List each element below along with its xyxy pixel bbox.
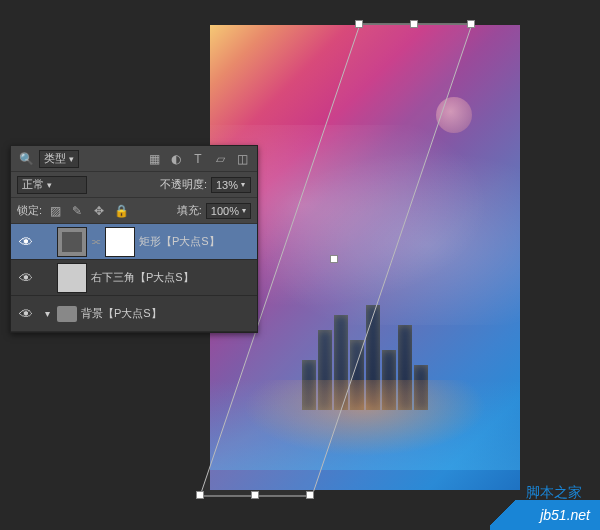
lock-position-icon[interactable]: ✥ (90, 202, 108, 220)
type-filter-icon[interactable]: T (189, 150, 207, 168)
opacity-input[interactable]: 13% (211, 177, 251, 193)
layer-row[interactable]: 👁 ⫘ 矩形【P大点S】 (11, 224, 257, 260)
transform-center-handle[interactable] (330, 255, 338, 263)
lock-pixels-icon[interactable]: ✎ (68, 202, 86, 220)
folder-icon (57, 306, 77, 322)
mask-link-icon[interactable]: ⫘ (91, 236, 101, 247)
transform-handle[interactable] (467, 20, 475, 28)
watermark-text: jb51.net (540, 507, 590, 523)
mask-thumbnail[interactable] (105, 227, 135, 257)
visibility-toggle[interactable]: 👁 (15, 306, 37, 322)
smart-filter-icon[interactable]: ◫ (233, 150, 251, 168)
layer-row[interactable]: 👁 ▾ 背景【P大点S】 (11, 296, 257, 332)
layers-panel: 🔍 类型 ▦ ◐ T ▱ ◫ 正常 不透明度: 13% 锁定: ▨ ✎ ✥ 🔒 … (10, 145, 258, 333)
search-icon[interactable]: 🔍 (17, 150, 35, 168)
lock-label: 锁定: (17, 203, 42, 218)
transform-handle[interactable] (306, 491, 314, 499)
watermark-badge: jb51.net (490, 500, 600, 530)
transform-handle[interactable] (355, 20, 363, 28)
transform-handle[interactable] (251, 491, 259, 499)
layer-name[interactable]: 矩形【P大点S】 (139, 234, 220, 249)
lock-fill-row: 锁定: ▨ ✎ ✥ 🔒 填充: 100% (11, 198, 257, 224)
lock-transparency-icon[interactable]: ▨ (46, 202, 64, 220)
filter-type-dropdown[interactable]: 类型 (39, 150, 79, 168)
shape-filter-icon[interactable]: ▱ (211, 150, 229, 168)
transform-handle[interactable] (196, 491, 204, 499)
layer-thumbnail[interactable] (57, 227, 87, 257)
fill-input[interactable]: 100% (206, 203, 251, 219)
layer-thumbnail[interactable] (57, 263, 87, 293)
opacity-label: 不透明度: (160, 177, 207, 192)
layer-row[interactable]: 👁 右下三角【P大点S】 (11, 260, 257, 296)
folder-disclosure-icon[interactable]: ▾ (41, 308, 53, 319)
filter-row: 🔍 类型 ▦ ◐ T ▱ ◫ (11, 146, 257, 172)
blend-mode-dropdown[interactable]: 正常 (17, 176, 87, 194)
layers-list: 👁 ⫘ 矩形【P大点S】 👁 右下三角【P大点S】 👁 ▾ 背景【P大点S】 (11, 224, 257, 332)
blend-opacity-row: 正常 不透明度: 13% (11, 172, 257, 198)
lock-all-icon[interactable]: 🔒 (112, 202, 130, 220)
adjustment-filter-icon[interactable]: ◐ (167, 150, 185, 168)
fill-label: 填充: (177, 203, 202, 218)
visibility-toggle[interactable]: 👁 (15, 234, 37, 250)
light-trails (210, 380, 520, 470)
visibility-toggle[interactable]: 👁 (15, 270, 37, 286)
layer-name[interactable]: 背景【P大点S】 (81, 306, 162, 321)
layer-name[interactable]: 右下三角【P大点S】 (91, 270, 194, 285)
transform-handle[interactable] (410, 20, 418, 28)
image-filter-icon[interactable]: ▦ (145, 150, 163, 168)
